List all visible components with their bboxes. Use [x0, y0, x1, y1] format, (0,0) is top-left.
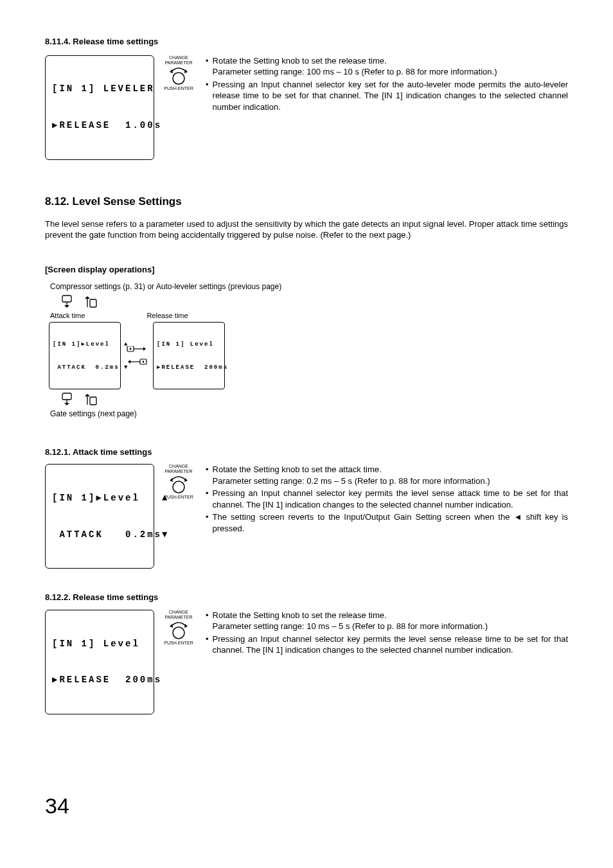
knob-label-push: PUSH-ENTER [164, 495, 193, 499]
knob-icon [167, 66, 190, 86]
down-select-icon [60, 294, 75, 308]
knob-8-11-4: CHANGE PARAMETER PUSH-ENTER [162, 55, 195, 91]
bullet-dot: • [206, 464, 209, 486]
lcd-line-1: [IN 1] Level [52, 638, 147, 650]
diagram-bottom-note: Gate settings (next page) [50, 409, 568, 419]
diagram-8-12: Compressor settings (p. 31) or Auto-leve… [49, 281, 568, 419]
diagram-top-note: Compressor settings (p. 31) or Auto-leve… [50, 281, 568, 292]
text-8-11-4: • Rotate the Setting knob to set the rel… [206, 55, 568, 114]
svg-rect-9 [62, 393, 71, 400]
knob-label-change: CHANGE [169, 55, 188, 60]
knob-label-change: CHANGE [169, 464, 188, 468]
lcd-line-2: ▶RELEASE 200ms [157, 364, 221, 371]
block-8-12-2: [IN 1] Level ▶RELEASE 200ms CHANGE PARAM… [45, 610, 568, 714]
nav-arrows-bottom [60, 392, 568, 406]
knob-8-12-1: CHANGE PARAMETER PUSH-ENTER [162, 464, 195, 500]
intro-8-12: The level sense refers to a parameter us… [45, 218, 568, 241]
lcd-attack-small: [IN 1]▶Level ▲ ATTACK 0.2ms ▼ [49, 322, 121, 389]
param-rest: 10 ms – 5 s (Refer to p. 88 for more inf… [306, 621, 568, 632]
bullet-dot: • [206, 55, 209, 78]
bullet-dot: • [206, 633, 209, 656]
label-release-time: Release time [147, 311, 188, 321]
lcd-line-1: [IN 1] LEVELER [52, 83, 147, 95]
knob-icon [167, 620, 190, 641]
bullet-text: Rotate the Setting knob to set the relea… [213, 610, 387, 620]
knob-label-push: PUSH-ENTER [164, 86, 193, 91]
knob-8-12-2: CHANGE PARAMETER PUSH-ENTER [162, 610, 195, 646]
nav-left-right-icon [126, 346, 148, 366]
lcd-release-small: [IN 1] Level ▶RELEASE 200ms [153, 322, 225, 389]
up-select-icon [84, 392, 98, 406]
param-rest: 0.2 ms – 5 s (Refer to p. 88 for more in… [306, 475, 568, 487]
knob-label-parameter: PARAMETER [164, 615, 192, 619]
nav-arrows-top [60, 294, 568, 308]
bullet-dot: • [206, 488, 209, 510]
heading-8-12-1: 8.12.1. Attack time settings [45, 447, 568, 458]
svg-point-13 [173, 481, 184, 493]
lcd-line-1: [IN 1]▶Level ▲ [52, 492, 147, 504]
left-triangle-icon: ◄ [513, 511, 522, 523]
lcd-8-12-1: [IN 1]▶Level ▲ ATTACK 0.2ms▼ [45, 464, 154, 569]
bullet-dot: • [206, 511, 209, 534]
knob-label-parameter: PARAMETER [164, 469, 192, 474]
lcd-line-2: ATTACK 0.2ms ▼ [53, 364, 117, 371]
heading-8-11-4: 8.11.4. Release time settings [45, 36, 568, 48]
lcd-8-11-4: [IN 1] LEVELER ▶RELEASE 1.00s [45, 55, 154, 160]
bullet-text: Pressing an Input channel selector key p… [213, 488, 568, 510]
bullet-text: The setting screen reverts to the Input/… [213, 511, 568, 534]
text-8-12-2: • Rotate the Setting knob to set the rel… [206, 610, 568, 657]
up-select-icon [84, 294, 98, 308]
lcd-line-2: ▶RELEASE 1.00s [52, 120, 147, 132]
svg-point-14 [173, 627, 184, 639]
bullet-dot: • [206, 79, 209, 113]
bullet-text: Pressing an Input channel selector key s… [213, 79, 568, 113]
heading-8-12-2: 8.12.2. Release time settings [45, 592, 568, 603]
svg-rect-4 [90, 299, 96, 307]
param-lead: Parameter setting range: [213, 621, 307, 632]
svg-rect-1 [62, 296, 71, 302]
bullet-text: Pressing an Input channel selector key p… [213, 633, 568, 656]
bullet-text: Rotate the Setting knob to set the relea… [213, 56, 387, 66]
down-select-icon [60, 392, 75, 406]
text-8-12-1: • Rotate the Setting knob to set the att… [206, 464, 568, 535]
lcd-line-1: [IN 1] Level [157, 341, 221, 348]
block-8-11-4: [IN 1] LEVELER ▶RELEASE 1.00s CHANGE PAR… [45, 55, 568, 160]
lcd-8-12-2: [IN 1] Level ▶RELEASE 200ms [45, 610, 154, 714]
block-8-12-1: [IN 1]▶Level ▲ ATTACK 0.2ms▼ CHANGE PARA… [45, 464, 568, 569]
knob-icon [167, 474, 190, 495]
lcd-line-2: ▶RELEASE 200ms [52, 674, 147, 686]
knob-label-change: CHANGE [169, 610, 188, 614]
param-lead: Parameter setting range: [213, 475, 307, 487]
lcd-line-1: [IN 1]▶Level ▲ [53, 341, 117, 348]
heading-8-12: 8.12. Level Sense Settings [45, 195, 568, 209]
bullet-text-a: The setting screen reverts to the Input/… [213, 512, 514, 522]
bullet-text: Rotate the Setting knob to set the attac… [213, 465, 382, 474]
knob-label-push: PUSH-ENTER [164, 641, 193, 645]
svg-point-0 [173, 73, 184, 84]
bullet-dot: • [206, 610, 209, 632]
screen-display-operations: [Screen display operations] [45, 264, 568, 276]
knob-label-parameter: PARAMETER [164, 60, 192, 65]
param-rest: 100 ms – 10 s (Refer to p. 88 for more i… [306, 66, 568, 78]
lcd-line-2: ATTACK 0.2ms▼ [52, 529, 147, 541]
label-attack-time: Attack time [50, 311, 85, 321]
svg-rect-12 [90, 397, 96, 405]
param-lead: Parameter setting range: [213, 66, 307, 78]
page-number: 34 [45, 792, 568, 821]
